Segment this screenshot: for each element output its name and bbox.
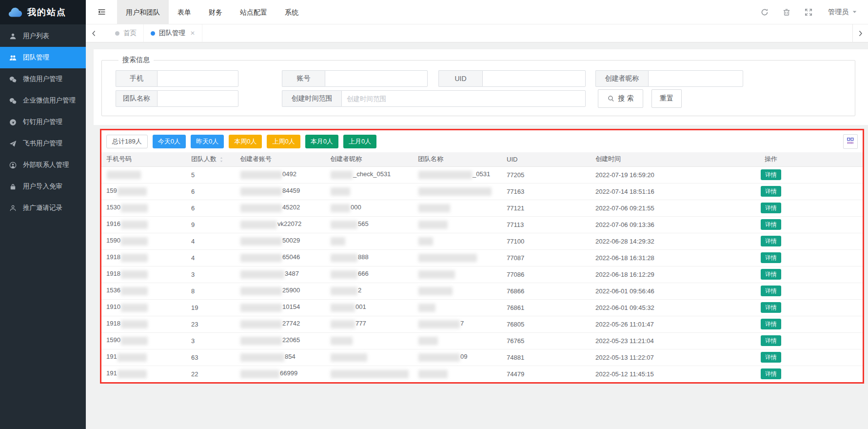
detail-button[interactable]: 详情 bbox=[761, 252, 781, 263]
table-row: 15368259002768662022-06-01 09:56:46详情 bbox=[101, 283, 863, 299]
column-settings-button[interactable] bbox=[843, 134, 858, 149]
created-time-cell: 2022-06-18 16:31:28 bbox=[591, 249, 679, 266]
phone-input[interactable] bbox=[157, 70, 238, 87]
detail-button[interactable]: 详情 bbox=[761, 203, 781, 213]
sidebar-item[interactable]: 用户导入免审 bbox=[0, 176, 86, 197]
trash-icon[interactable] bbox=[775, 0, 797, 24]
created-time-cell: 2022-07-06 09:21:55 bbox=[591, 200, 679, 216]
stat-badge[interactable]: 昨天0人 bbox=[191, 135, 224, 148]
detail-button[interactable]: 详情 bbox=[761, 219, 781, 230]
team-name-cell bbox=[413, 216, 502, 233]
tab-dot bbox=[115, 31, 119, 36]
team-name-cell: 09 bbox=[413, 349, 502, 366]
stat-badge[interactable]: 总计189人 bbox=[106, 135, 148, 148]
sidebar-item[interactable]: 飞书用户管理 bbox=[0, 133, 86, 154]
detail-button[interactable]: 详情 bbox=[761, 319, 781, 329]
sidebar-item[interactable]: 钉钉用户管理 bbox=[0, 111, 86, 133]
team-table-panel: 总计189人今天0人昨天0人本周0人上周0人本月0人上月0人 手机号码团队人数创… bbox=[100, 129, 864, 384]
account-input[interactable] bbox=[325, 70, 428, 87]
sidebar-item[interactable]: 用户列表 bbox=[0, 25, 86, 47]
detail-button[interactable]: 详情 bbox=[761, 368, 781, 379]
account-field-label: 账号 bbox=[282, 70, 325, 87]
detail-button[interactable]: 详情 bbox=[761, 286, 781, 296]
tab-dot bbox=[151, 31, 155, 36]
admin-label: 管理员 bbox=[828, 8, 848, 17]
redacted-blur bbox=[121, 270, 148, 279]
stat-badge[interactable]: 本周0人 bbox=[229, 135, 262, 148]
sidebar-collapse-icon[interactable] bbox=[86, 0, 117, 24]
creator-account-cell: 66999 bbox=[235, 366, 325, 382]
topnav-item[interactable]: 用户和团队 bbox=[117, 0, 169, 24]
redacted-blur bbox=[331, 254, 357, 262]
tabs-scroll-left-icon[interactable] bbox=[86, 24, 101, 42]
redacted-blur bbox=[331, 304, 355, 312]
team-icon bbox=[9, 54, 17, 61]
search-button[interactable]: 搜 索 bbox=[598, 89, 643, 108]
sidebar-item[interactable]: 推广邀请记录 bbox=[0, 197, 86, 219]
user-icon bbox=[9, 33, 17, 40]
fullscreen-icon[interactable] bbox=[797, 0, 819, 24]
team-name-input[interactable] bbox=[157, 90, 238, 107]
detail-button[interactable]: 详情 bbox=[761, 352, 781, 363]
sidebar-item-label: 外部联系人管理 bbox=[23, 161, 69, 169]
phone-cell: 1590 bbox=[101, 332, 186, 349]
tabs-spacer bbox=[202, 24, 852, 42]
tabs-scroll-right-icon[interactable] bbox=[852, 24, 868, 42]
creator-nickname-input[interactable] bbox=[648, 70, 743, 87]
uid-input[interactable] bbox=[482, 70, 586, 87]
stat-badge[interactable]: 今天0人 bbox=[153, 135, 186, 148]
members-cell: 3 bbox=[186, 332, 235, 349]
plane-icon bbox=[9, 140, 17, 147]
stat-badge[interactable]: 上月0人 bbox=[343, 135, 376, 148]
topnav-item[interactable]: 财务 bbox=[200, 0, 231, 24]
members-cell: 6 bbox=[186, 200, 235, 216]
uid-cell: 76765 bbox=[502, 332, 591, 349]
stat-badge[interactable]: 本月0人 bbox=[305, 135, 338, 148]
chevron-down-icon bbox=[852, 9, 857, 15]
sidebar-item[interactable]: 微信用户管理 bbox=[0, 68, 86, 90]
sidebar-item[interactable]: 团队管理 bbox=[0, 47, 86, 68]
members-cell: 4 bbox=[186, 249, 235, 266]
redacted-blur bbox=[240, 287, 282, 295]
topnav-item[interactable]: 表单 bbox=[169, 0, 200, 24]
search-panel: 搜索信息 手机 账号 UID 创建者昵称 bbox=[94, 49, 868, 125]
sort-icon[interactable] bbox=[218, 156, 224, 163]
members-cell: 8 bbox=[186, 283, 235, 299]
refresh-icon[interactable] bbox=[753, 0, 775, 24]
close-tab-icon[interactable]: ✕ bbox=[190, 30, 195, 36]
sidebar-item[interactable]: 外部联系人管理 bbox=[0, 154, 86, 176]
detail-button[interactable]: 详情 bbox=[761, 186, 781, 197]
redacted-blur bbox=[121, 237, 148, 245]
created-time-cell: 2022-07-19 16:59:20 bbox=[591, 166, 679, 183]
creator-account-cell: 854 bbox=[235, 349, 325, 366]
topnav-item[interactable]: 系统 bbox=[276, 0, 307, 24]
table-header-row: 手机号码团队人数创建者账号创建者昵称团队名称UID创建时间操作 bbox=[101, 152, 863, 166]
date-range-input[interactable] bbox=[341, 90, 586, 107]
sidebar-item[interactable]: 企业微信用户管理 bbox=[0, 90, 86, 111]
created-time-cell: 2022-07-06 09:13:36 bbox=[591, 216, 679, 233]
date-range-field-group: 创建时间范围 bbox=[282, 90, 586, 107]
page-tab[interactable]: 团队管理✕ bbox=[144, 24, 202, 42]
detail-button[interactable]: 详情 bbox=[761, 269, 781, 280]
search-legend: 搜索信息 bbox=[118, 56, 154, 64]
redacted-blur bbox=[240, 237, 282, 245]
reset-button[interactable]: 重置 bbox=[651, 89, 682, 108]
detail-button[interactable]: 详情 bbox=[761, 169, 781, 180]
uid-cell: 74881 bbox=[502, 349, 591, 366]
sidebar-item-label: 企业微信用户管理 bbox=[23, 96, 76, 105]
redacted-blur bbox=[240, 221, 277, 229]
detail-button[interactable]: 详情 bbox=[761, 302, 781, 313]
stat-badge[interactable]: 上周0人 bbox=[267, 135, 300, 148]
redacted-blur bbox=[240, 187, 282, 196]
lock-icon bbox=[9, 183, 17, 190]
phone-cell: 1918 bbox=[101, 266, 186, 283]
page-tab[interactable]: 首页 bbox=[108, 24, 144, 42]
stats-badges-row: 总计189人今天0人昨天0人本周0人上周0人本月0人上月0人 bbox=[101, 130, 863, 152]
column-header[interactable]: 团队人数 bbox=[186, 152, 235, 166]
topnav-item[interactable]: 站点配置 bbox=[231, 0, 276, 24]
action-cell: 详情 bbox=[679, 299, 863, 316]
page-tabs-bar: 首页团队管理✕ bbox=[86, 24, 868, 42]
detail-button[interactable]: 详情 bbox=[761, 236, 781, 246]
admin-menu[interactable]: 管理员 bbox=[819, 0, 868, 24]
detail-button[interactable]: 详情 bbox=[761, 335, 781, 346]
